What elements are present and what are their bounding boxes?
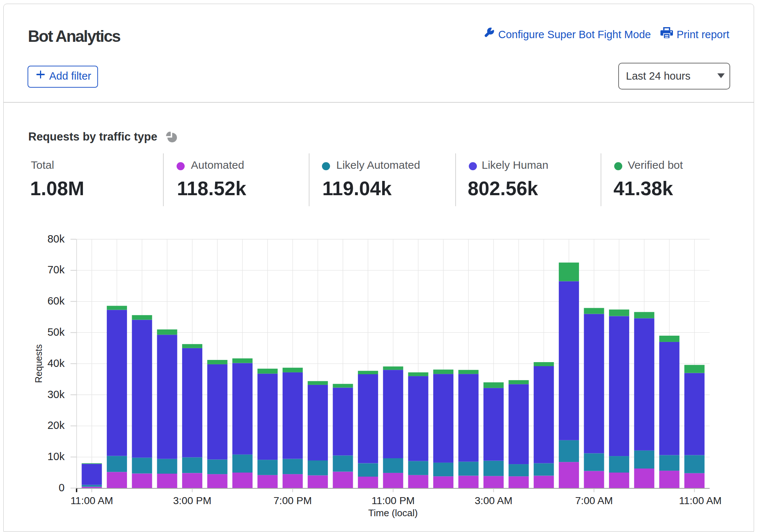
svg-text:7:00 PM: 7:00 PM <box>274 495 312 506</box>
svg-text:80k: 80k <box>47 233 65 245</box>
svg-text:30k: 30k <box>47 389 65 400</box>
svg-text:60k: 60k <box>47 295 65 307</box>
svg-text:50k: 50k <box>47 326 65 338</box>
svg-text:3:00 AM: 3:00 AM <box>475 495 512 506</box>
svg-text:20k: 20k <box>47 419 65 431</box>
svg-text:10k: 10k <box>47 451 65 462</box>
svg-text:0: 0 <box>59 482 65 493</box>
svg-text:11:00 AM: 11:00 AM <box>679 495 721 506</box>
svg-text:Requests: Requests <box>33 344 44 383</box>
svg-text:7:00 AM: 7:00 AM <box>575 495 613 506</box>
svg-text:11:00 PM: 11:00 PM <box>372 495 415 506</box>
svg-text:Time (local): Time (local) <box>368 507 418 518</box>
svg-text:70k: 70k <box>47 264 65 276</box>
svg-text:3:00 PM: 3:00 PM <box>173 495 211 506</box>
svg-text:40k: 40k <box>47 357 65 369</box>
svg-text:11:00 AM: 11:00 AM <box>70 495 113 506</box>
